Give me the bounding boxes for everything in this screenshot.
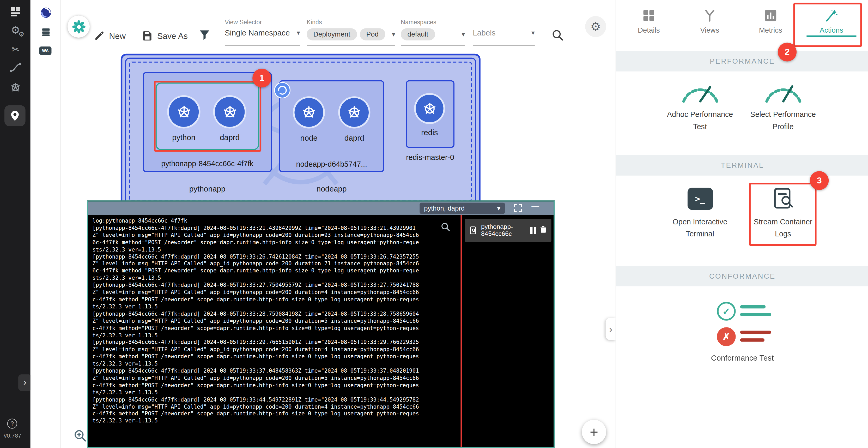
- panel-tabbar: Details Views Metrics Actions: [618, 0, 862, 49]
- kind-chip-deployment[interactable]: Deployment: [307, 28, 357, 40]
- action-stream-container-logs[interactable]: Stream Container Logs: [740, 185, 826, 240]
- stack-archive-icon[interactable]: [40, 26, 52, 38]
- tab-actions[interactable]: Actions: [801, 0, 862, 49]
- pod-name-label: pythonapp-8454cc66c-4f7fk: [143, 159, 272, 168]
- labels-filter[interactable]: ▾: [473, 19, 535, 46]
- report-line-teal: [740, 313, 771, 316]
- action-conformance-test[interactable]: Conformance Test: [616, 353, 868, 362]
- pod-box-nodeapp[interactable]: [279, 80, 384, 172]
- container-node-redis[interactable]: [415, 95, 443, 122]
- container-node-daprd-node[interactable]: [340, 98, 369, 127]
- report-line-red: [740, 338, 765, 342]
- spinner-logo-icon[interactable]: [39, 6, 53, 19]
- gear-icon: ⚙: [590, 20, 601, 33]
- view-selector-value: Single Namespace: [225, 28, 290, 37]
- container-node-python[interactable]: [169, 97, 199, 127]
- right-panel: Details Views Metrics Actions: [616, 0, 868, 448]
- active-tab-underline: [806, 35, 856, 37]
- action-open-interactive-terminal[interactable]: >_ Open Interactive Terminal: [657, 185, 743, 240]
- add-button[interactable]: +: [582, 420, 606, 444]
- action-select-performance-profile[interactable]: Select Performance Profile: [740, 78, 826, 133]
- help-button[interactable]: ?: [7, 419, 17, 429]
- container-label: redis: [402, 128, 457, 137]
- pipeline-curve-icon[interactable]: [9, 61, 22, 74]
- filter-button[interactable]: [198, 28, 211, 43]
- log-entry: [pythonapp-8454cc66c-4f7fk:daprd] 2024-0…: [93, 253, 456, 282]
- log-output[interactable]: log:pythonapp-8454cc66c-4f7fk [pythonapp…: [88, 215, 461, 447]
- save-as-label: Save As: [157, 31, 188, 40]
- log-entry: [pythonapp-8454cc66c-4f7fk:daprd] 2024-0…: [93, 396, 456, 425]
- container-node-daprd-python[interactable]: [215, 97, 245, 127]
- action-label-line1: Select Performance: [740, 109, 826, 121]
- search-button[interactable]: [552, 29, 564, 43]
- settings-gears-icon[interactable]: ⚙ ⚙: [8, 23, 23, 36]
- log-entry: [pythonapp-8454cc66c-4f7fk:daprd] 2024-0…: [93, 225, 456, 253]
- log-streams-panel: pythonapp- 8454cc66c: [462, 215, 554, 447]
- settings-button[interactable]: ⚙: [585, 16, 606, 37]
- view-selector-label: View Selector: [225, 19, 300, 25]
- cluster-wheel-icon[interactable]: [9, 81, 22, 94]
- labels-input[interactable]: [473, 28, 521, 37]
- dapr-swirl-icon: [274, 82, 291, 101]
- annotation-marker-1: 1: [252, 69, 271, 87]
- tools-scissors-icon[interactable]: ✂: [9, 43, 22, 56]
- annotation-marker-2: 2: [778, 42, 797, 61]
- action-label-line1: Stream Container: [740, 216, 826, 228]
- tab-label: Metrics: [759, 26, 782, 34]
- tab-label: Actions: [820, 26, 843, 34]
- kubernetes-wheel-icon: [422, 100, 438, 117]
- log-entry: [pythonapp-8454cc66c-4f7fk:daprd] 2024-0…: [93, 310, 456, 339]
- chevron-right-icon: ›: [24, 377, 27, 388]
- save-icon: [142, 30, 153, 41]
- location-pin-icon: [9, 110, 21, 122]
- check-circle-icon: ✓: [717, 302, 736, 321]
- annotation-marker-3: 3: [810, 171, 829, 190]
- new-button[interactable]: New: [94, 28, 126, 43]
- tab-views[interactable]: Views: [679, 0, 740, 49]
- namespace-chip-default[interactable]: default: [401, 28, 435, 40]
- minimize-button[interactable]: —: [531, 202, 539, 211]
- namespaces-dropdown[interactable]: Namespaces default ▾: [401, 19, 465, 46]
- report-line-teal: [740, 305, 766, 308]
- log-entry: log:pythonapp-8454cc66c-4f7fk: [93, 218, 456, 225]
- flower-icon: [71, 19, 86, 34]
- tab-details[interactable]: Details: [618, 0, 680, 49]
- tab-metrics[interactable]: Metrics: [740, 0, 801, 49]
- app-menu-icon[interactable]: [9, 4, 22, 18]
- help-icon: ?: [10, 420, 14, 427]
- log-search-icon[interactable]: [440, 221, 451, 235]
- views-branch-icon: [703, 6, 717, 24]
- kinds-dropdown[interactable]: Kinds Deployment Pod ▾: [307, 19, 395, 46]
- panel-collapse-handle[interactable]: ›: [606, 318, 616, 340]
- action-adhoc-performance-test[interactable]: Adhoc Performance Test: [657, 78, 743, 133]
- kind-chip-pod[interactable]: Pod: [360, 28, 385, 40]
- kubernetes-wheel-icon: [221, 103, 238, 121]
- log-entry: [pythonapp-8454cc66c-4f7fk:daprd] 2024-0…: [93, 339, 456, 368]
- kubernetes-wheel-icon: [175, 103, 192, 121]
- app-flower-button[interactable]: [67, 16, 90, 37]
- chevron-right-icon: ›: [609, 323, 613, 335]
- container-node-node[interactable]: [294, 98, 323, 127]
- app-rail: WA: [31, 0, 61, 448]
- pencil-icon: [94, 30, 104, 41]
- sidebar-item-location-active[interactable]: [4, 105, 26, 126]
- gauge-icon: [740, 78, 826, 105]
- container-selector-dropdown[interactable]: python, daprd ▾: [420, 203, 505, 214]
- report-line-red: [740, 331, 771, 334]
- trash-icon[interactable]: [539, 225, 548, 236]
- wa-app-badge[interactable]: WA: [39, 47, 52, 55]
- pause-icon[interactable]: [530, 227, 536, 234]
- sidebar-expand-button[interactable]: ›: [18, 375, 32, 391]
- zoom-button[interactable]: [73, 429, 87, 445]
- container-label: daprd: [202, 133, 257, 142]
- log-stream-tab[interactable]: pythonapp- 8454cc66c: [465, 219, 551, 242]
- chevron-down-icon: ▾: [462, 31, 465, 38]
- view-selector-dropdown[interactable]: View Selector Single Namespace ▾: [225, 19, 300, 46]
- action-label-line2: Profile: [740, 121, 826, 133]
- save-as-button[interactable]: Save As: [142, 28, 188, 43]
- fullscreen-button[interactable]: [513, 203, 523, 215]
- left-sidebar: ⚙ ⚙ ✂ › ? v0.787: [0, 0, 31, 448]
- log-stream-tab-label: pythonapp- 8454cc66c: [481, 223, 527, 237]
- kubernetes-wheel-icon: [346, 104, 363, 121]
- chevron-down-icon: ▾: [392, 31, 395, 38]
